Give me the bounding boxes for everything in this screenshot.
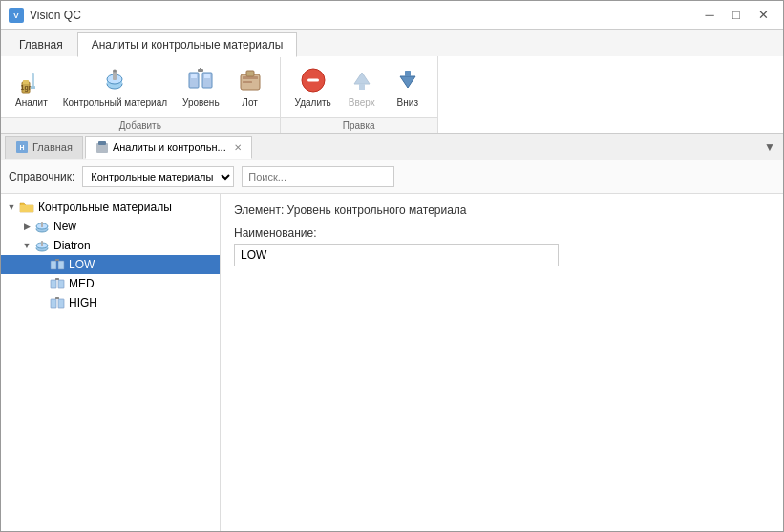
add-level-label: Уровень (182, 97, 220, 109)
directory-select[interactable]: Контрольные материалы Аналиты (82, 166, 234, 187)
tree-label-high: HIGH (69, 296, 97, 309)
add-control-material-button[interactable]: Контрольный материал (56, 60, 174, 114)
doc-tab-home-label: Главная (32, 141, 73, 153)
main-content: Справочник: Контрольные материалы Аналит… (1, 160, 783, 531)
ribbon-body: 1gr Аналит (1, 56, 783, 134)
expand-diatron[interactable]: ▼ (20, 241, 33, 250)
svg-rect-48 (55, 297, 59, 299)
doc-tabs-bar: H Главная Аналиты и контрольн... ✕ ▼ (1, 134, 783, 160)
tree-node-diatron[interactable]: ▼ Diatron (1, 236, 220, 255)
doc-tab-home[interactable]: H Главная (5, 136, 83, 159)
close-button[interactable]: ✕ (751, 5, 775, 26)
svg-rect-6 (31, 86, 35, 89)
maximize-button[interactable]: □ (724, 5, 749, 26)
toolbar-row: Справочник: Контрольные материалы Аналит… (1, 160, 783, 194)
svg-rect-39 (41, 241, 43, 246)
tree-label-root: Контрольные материалы (38, 201, 172, 214)
close-analytes-tab[interactable]: ✕ (234, 142, 242, 153)
tab-analytes[interactable]: Аналиты и контрольные материалы (77, 32, 298, 57)
name-field-label: Наименование: (234, 226, 770, 240)
svg-point-11 (113, 70, 117, 73)
svg-rect-21 (246, 71, 254, 76)
folder-root-icon (18, 200, 35, 215)
expand-new[interactable]: ▶ (20, 222, 33, 231)
control-new-icon (33, 219, 51, 234)
up-icon (347, 65, 377, 96)
level-low-icon (49, 257, 66, 272)
content-area: ▼ Контрольные материалы ▶ (1, 194, 783, 531)
expand-root[interactable]: ▼ (5, 202, 18, 212)
title-bar-left: V Vision QC (9, 8, 81, 23)
move-down-button[interactable]: Вниз (386, 60, 430, 114)
tree-node-med[interactable]: MED (1, 274, 220, 293)
lot-icon (235, 65, 265, 96)
analyte-icon: 1gr (16, 65, 47, 96)
svg-rect-45 (55, 278, 59, 280)
ribbon-tabs: Главная Аналиты и контрольные материалы (1, 30, 783, 56)
svg-rect-44 (58, 280, 64, 288)
delete-icon (298, 65, 328, 96)
tree-node-root[interactable]: ▼ Контрольные материалы (1, 198, 220, 217)
add-lot-label: Лот (242, 97, 257, 109)
doc-tabs-scroll-arrow[interactable]: ▼ (760, 138, 779, 156)
element-type-label: Элемент: Уровень контрольного материала (234, 203, 770, 217)
move-up-label: Вверх (349, 97, 375, 109)
ribbon-group-add-content: 1gr Аналит (1, 56, 280, 117)
tree-node-new[interactable]: ▶ New (1, 217, 220, 236)
ribbon-group-edit-content: Удалить Вверх (281, 56, 437, 117)
tab-home[interactable]: Главная (5, 32, 77, 56)
svg-rect-20 (243, 81, 252, 83)
doc-tab-analytes[interactable]: Аналиты и контрольн... ✕ (85, 136, 252, 159)
directory-label: Справочник: (9, 170, 74, 183)
tree-label-med: MED (69, 277, 95, 290)
svg-rect-23 (307, 79, 319, 82)
delete-label: Удалить (295, 97, 331, 109)
minimize-button[interactable]: ─ (697, 5, 722, 26)
title-bar: V Vision QC ─ □ ✕ (1, 1, 783, 30)
level-icon (185, 65, 216, 96)
window-title: Vision QC (30, 9, 81, 22)
svg-rect-31 (98, 141, 106, 145)
svg-rect-42 (55, 259, 59, 261)
level-med-icon (49, 276, 66, 291)
add-level-button[interactable]: Уровень (176, 60, 226, 114)
tree-panel: ▼ Контрольные материалы ▶ (1, 194, 221, 531)
delete-button[interactable]: Удалить (288, 60, 338, 114)
ribbon-group-add-label: Добавить (1, 117, 280, 133)
tree-label-low: LOW (69, 258, 95, 271)
svg-rect-35 (41, 222, 43, 227)
tree-label-diatron: Diatron (53, 239, 91, 252)
svg-text:1gr: 1gr (20, 84, 31, 92)
name-input[interactable] (234, 244, 559, 266)
tree-node-low[interactable]: LOW (1, 255, 220, 274)
main-window: V Vision QC ─ □ ✕ Главная Аналиты и конт… (0, 0, 784, 532)
down-icon (392, 65, 423, 96)
app-icon: V (9, 8, 24, 23)
title-controls: ─ □ ✕ (697, 5, 775, 26)
svg-rect-13 (191, 74, 197, 78)
detail-panel: Элемент: Уровень контрольного материала … (221, 194, 783, 531)
tree-label-new: New (53, 220, 76, 233)
svg-text:V: V (13, 11, 19, 20)
svg-rect-46 (51, 299, 56, 308)
add-control-material-label: Контрольный материал (63, 97, 167, 109)
analytes-tab-icon (95, 140, 109, 154)
add-analyte-label: Аналит (15, 97, 48, 109)
ribbon-group-edit-label: Правка (281, 117, 437, 133)
control-material-icon (99, 65, 130, 96)
svg-rect-40 (51, 261, 56, 269)
home-tab-icon: H (15, 140, 29, 154)
tree-node-high[interactable]: HIGH (1, 293, 220, 312)
add-analyte-button[interactable]: 1gr Аналит (9, 60, 54, 114)
svg-text:H: H (19, 144, 24, 151)
move-up-button[interactable]: Вверх (340, 60, 384, 114)
doc-tab-analytes-label: Аналиты и контрольн... (113, 141, 226, 153)
ribbon-group-edit: Удалить Вверх (281, 56, 438, 133)
search-input[interactable] (242, 166, 394, 187)
add-lot-button[interactable]: Лот (228, 60, 272, 114)
svg-rect-27 (405, 71, 411, 76)
svg-rect-41 (58, 261, 64, 269)
svg-rect-5 (32, 73, 34, 88)
ribbon-group-add: 1gr Аналит (1, 56, 281, 133)
svg-rect-15 (204, 74, 210, 78)
